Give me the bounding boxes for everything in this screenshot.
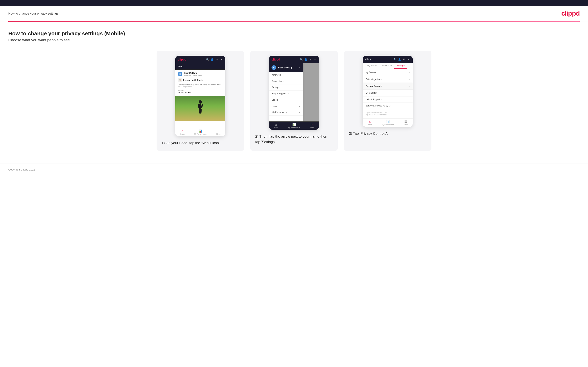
- home-label-2: Home: [274, 127, 278, 128]
- home-icon-3: ⌂: [369, 120, 371, 123]
- phone-icons-1: 🔍 👤 ⚙ ▾: [206, 58, 223, 61]
- menu-label: Menu: [216, 133, 221, 135]
- help-support-label: Help & Support: [366, 98, 382, 101]
- nav-performance-2[interactable]: 📊 My Performance: [288, 123, 300, 128]
- my-account-label: My Account: [366, 71, 376, 74]
- dropdown-icon-3: ▾: [407, 58, 410, 61]
- feed-user-sub: Yesterday · Sunningdale: [184, 74, 202, 76]
- menu-item-logout[interactable]: Logout: [269, 97, 303, 103]
- settings-tabs: My Profile Connections Settings: [363, 63, 413, 69]
- menu-item-help[interactable]: Help & Support: [269, 91, 303, 97]
- menu-home-label: Home: [272, 105, 277, 107]
- settings-row-my-account[interactable]: My Account ›: [363, 69, 413, 76]
- duration-value: 01 hr : 30 min: [178, 92, 223, 94]
- feed-user-name: Blair McHarg: [184, 72, 202, 74]
- nav-menu[interactable]: ☰ Menu: [216, 129, 221, 135]
- menu-performance-arrow: ∨: [299, 111, 300, 114]
- menu-user-name: Blair McHarg: [278, 66, 292, 69]
- settings-footer: Clippd Client Version: 2022.8.3-3 GQL Se…: [363, 109, 413, 118]
- search-icon: 🔍: [206, 58, 209, 61]
- settings-row-service-privacy[interactable]: Service & Privacy Policy: [363, 103, 413, 109]
- svg-rect-1: [199, 104, 201, 109]
- phone-body-1: B Blair McHarg Yesterday · Sunningdale 📋…: [175, 70, 225, 128]
- dropdown-icon-2: ▾: [314, 58, 317, 61]
- logo: clippd: [561, 9, 580, 17]
- step-1-description: 1) On your Feed, tap the 'Menu' icon.: [162, 140, 239, 146]
- settings-row-privacy-controls[interactable]: Privacy Controls ›: [363, 83, 413, 90]
- steps-container: clippd 🔍 👤 ⚙ ▾ Feed B: [8, 51, 580, 151]
- menu-overlay: B Blair McHarg ∧ My Profile Connections …: [269, 63, 319, 121]
- home-label: Home: [180, 133, 184, 135]
- step-3-card: ‹ Back 🔍 👤 ⚙ ▾ My Profile Connections Se…: [344, 51, 432, 151]
- step-3-phone: ‹ Back 🔍 👤 ⚙ ▾ My Profile Connections Se…: [363, 56, 413, 127]
- nav-close[interactable]: ✕ Menu: [310, 123, 314, 128]
- data-integrations-arrow: ›: [409, 78, 410, 81]
- close-icon: ✕: [311, 123, 313, 126]
- privacy-controls-label: Privacy Controls: [366, 85, 382, 87]
- duration-label: Duration: [178, 89, 223, 91]
- data-integrations-label: Data Integrations: [366, 78, 381, 81]
- profile-icon-2: 👤: [304, 58, 307, 61]
- page-heading: How to change your privacy settings (Mob…: [8, 30, 580, 37]
- menu-performance-label: My Performance: [272, 111, 287, 114]
- settings-row-data-integrations[interactable]: Data Integrations ›: [363, 76, 413, 83]
- header: How to change your privacy settings clip…: [0, 6, 588, 21]
- bottom-nav-3: ⌂ Home 📊 My Performance ☰ Menu: [363, 118, 413, 127]
- phone-header-2: clippd 🔍 👤 ⚙ ▾: [269, 56, 319, 63]
- nav-performance[interactable]: 📊 My Performance: [194, 129, 207, 135]
- feed-user: B Blair McHarg Yesterday · Sunningdale: [178, 72, 223, 76]
- external-link-icon: [287, 93, 289, 95]
- dropdown-icon: ▾: [220, 58, 223, 61]
- feed-desc: Looking to feel like my hands are exitin…: [178, 83, 223, 88]
- tab-settings[interactable]: Settings: [394, 63, 407, 69]
- home-icon-2: ⌂: [275, 123, 277, 126]
- phone-nav-tab-1: Feed: [175, 63, 225, 70]
- settings-icon-2: ⚙: [309, 58, 312, 61]
- svg-point-0: [199, 100, 202, 104]
- menu-label-2: Menu: [310, 127, 314, 128]
- performance-label: My Performance: [194, 133, 207, 135]
- nav-menu-3[interactable]: ☰ Menu: [404, 120, 408, 125]
- back-button[interactable]: ‹ Back: [365, 58, 371, 60]
- menu-home-arrow: ∨: [299, 105, 300, 107]
- golf-bag-arrow: ›: [409, 92, 410, 94]
- menu-section-home[interactable]: Home ∨: [269, 103, 303, 109]
- phone-logo-1: clippd: [178, 58, 186, 61]
- nav-performance-3[interactable]: 📊 My Performance: [382, 120, 394, 125]
- performance-icon: 📊: [199, 129, 202, 133]
- nav-home-2[interactable]: ⌂ Home: [274, 123, 278, 128]
- menu-item-profile[interactable]: My Profile: [269, 72, 303, 78]
- profile-icon: 👤: [211, 58, 214, 61]
- feed-user-info: Blair McHarg Yesterday · Sunningdale: [184, 72, 202, 76]
- menu-user-header: B Blair McHarg ∧: [269, 63, 303, 72]
- client-version: Clippd Client Version: 2022.8.3-3: [366, 111, 410, 114]
- feed-tab-label: Feed: [178, 65, 183, 68]
- phone-header-1: clippd 🔍 👤 ⚙ ▾: [175, 56, 225, 63]
- home-label-3: Home: [367, 124, 372, 125]
- step-1-phone: clippd 🔍 👤 ⚙ ▾ Feed B: [175, 56, 225, 136]
- menu-item-connections[interactable]: Connections: [269, 78, 303, 84]
- service-external-icon: [389, 105, 391, 107]
- menu-arrow-icon[interactable]: ∧: [299, 66, 301, 69]
- menu-label-3: Menu: [404, 124, 408, 125]
- tab-my-profile[interactable]: My Profile: [365, 63, 379, 69]
- settings-row-golf-bag[interactable]: My Golf Bag ›: [363, 90, 413, 96]
- nav-home[interactable]: ⌂ Home: [180, 129, 184, 135]
- tab-connections[interactable]: Connections: [379, 63, 394, 69]
- page-subheading: Choose what you want people to see: [8, 38, 580, 42]
- performance-label-2: My Performance: [288, 127, 300, 128]
- menu-panel: B Blair McHarg ∧ My Profile Connections …: [269, 63, 303, 121]
- bottom-nav-2: ⌂ Home 📊 My Performance ✕ Menu: [269, 121, 319, 130]
- help-external-icon: [380, 98, 382, 101]
- menu-icon-3: ☰: [404, 120, 407, 123]
- golf-bag-label: My Golf Bag: [366, 92, 377, 94]
- settings-icon: ⚙: [215, 58, 218, 61]
- settings-row-help-support[interactable]: Help & Support: [363, 96, 413, 103]
- feed-item: B Blair McHarg Yesterday · Sunningdale 📋…: [175, 70, 225, 96]
- menu-item-settings[interactable]: Settings: [269, 84, 303, 91]
- nav-home-3[interactable]: ⌂ Home: [367, 120, 372, 125]
- menu-section-performance[interactable]: My Performance ∨: [269, 109, 303, 116]
- performance-icon-3: 📊: [386, 120, 389, 123]
- overlay-dark[interactable]: [303, 63, 319, 121]
- phone-icons-3: 🔍 👤 ⚙ ▾: [394, 58, 410, 61]
